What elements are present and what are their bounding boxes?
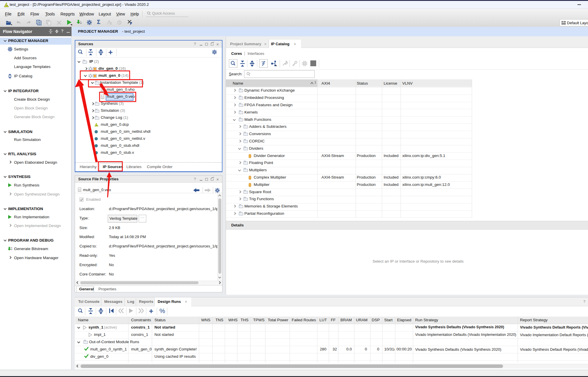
svg-text:10: 10 xyxy=(11,249,12,251)
svg-text:01: 01 xyxy=(80,20,82,22)
svg-text:01: 01 xyxy=(11,247,12,249)
svg-text:10: 10 xyxy=(80,22,82,24)
